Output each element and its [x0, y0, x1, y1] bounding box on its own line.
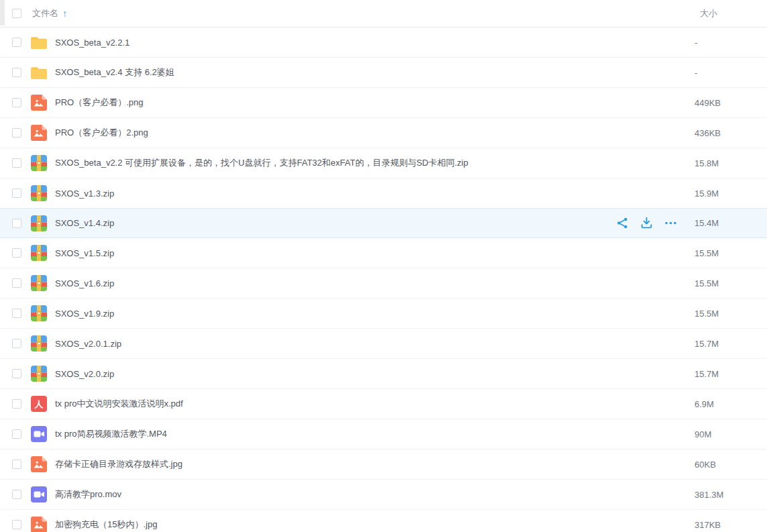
table-row[interactable]: SXOS_v2.0.zip 15.7M: [0, 359, 767, 389]
table-row[interactable]: 高清教学pro.mov 381.3M: [0, 480, 767, 510]
table-row[interactable]: PRO（客户必看）.png 449KB: [0, 88, 767, 118]
table-row[interactable]: tx pro简易视频激活教学.MP4 90M: [0, 419, 767, 449]
more-button[interactable]: [664, 217, 677, 229]
table-row[interactable]: 存储卡正确目录游戏存放样式.jpg 60KB: [0, 449, 767, 480]
zip-file-icon: [31, 245, 47, 261]
image-file-icon: [31, 95, 47, 111]
file-name[interactable]: SXOS_v2.0.zip: [55, 369, 677, 379]
row-checkbox[interactable]: [12, 309, 21, 318]
row-checkbox[interactable]: [12, 278, 21, 288]
zip-file-icon: [31, 305, 47, 321]
row-actions: [616, 217, 677, 229]
folder-icon: [31, 64, 47, 81]
table-row[interactable]: SXOS_v1.5.zip 15.5M: [0, 238, 767, 268]
file-name[interactable]: SXOS_v2.0.1.zip: [55, 339, 677, 349]
file-size: 317KB: [695, 520, 767, 530]
video-file-icon: [31, 486, 47, 502]
table-row[interactable]: SXOS_v1.9.zip 15.5M: [0, 299, 767, 329]
row-checkbox[interactable]: [12, 460, 21, 469]
zip-file-icon: [31, 366, 47, 382]
table-row[interactable]: SXOS_v1.6.zip 15.5M: [0, 268, 767, 299]
file-size: 15.7M: [695, 339, 767, 349]
zip-file-icon: [31, 215, 47, 231]
file-size: 449KB: [695, 98, 767, 108]
file-size: 381.3M: [695, 490, 767, 500]
file-name[interactable]: SXOS_beta_v2.4 支持 6.2婆姐: [55, 66, 677, 78]
file-size: 90M: [695, 429, 767, 439]
table-row[interactable]: 加密狗充电（15秒内）.jpg 317KB: [0, 510, 767, 532]
zip-file-icon: [31, 185, 47, 201]
file-size: 15.9M: [695, 189, 767, 199]
row-checkbox[interactable]: [12, 369, 21, 378]
file-size: 6.9M: [695, 399, 767, 409]
row-checkbox[interactable]: [12, 158, 21, 168]
file-size: 15.5M: [695, 309, 767, 319]
file-name[interactable]: SXOS_beta_v2.2.1: [55, 38, 677, 48]
file-name[interactable]: SXOS_v1.4.zip: [55, 218, 616, 228]
file-name[interactable]: 存储卡正确目录游戏存放样式.jpg: [55, 458, 677, 470]
file-name[interactable]: tx pro简易视频激活教学.MP4: [55, 428, 677, 440]
table-row[interactable]: SXOS_v1.4.zip 15.4M: [0, 208, 767, 238]
share-button[interactable]: [616, 217, 629, 229]
row-checkbox[interactable]: [12, 339, 21, 348]
file-size: -: [695, 68, 767, 78]
file-size: 15.4M: [695, 218, 767, 228]
row-checkbox[interactable]: [12, 520, 21, 529]
pdf-file-icon: 人: [31, 396, 47, 412]
left-edge-strip: [0, 0, 5, 25]
file-name[interactable]: 加密狗充电（15秒内）.jpg: [55, 519, 677, 531]
image-file-icon: [31, 456, 47, 472]
file-size: -: [695, 38, 767, 48]
file-size: 15.5M: [695, 278, 767, 288]
file-size: 436KB: [695, 128, 767, 138]
sort-by-name-control[interactable]: 文件名 ↑: [32, 7, 67, 19]
filename-column-header: 文件名: [32, 7, 58, 19]
row-checkbox[interactable]: [12, 98, 21, 107]
svg-text:人: 人: [34, 399, 44, 409]
download-button[interactable]: [640, 217, 653, 229]
file-name[interactable]: SXOS_v1.6.zip: [55, 278, 677, 288]
row-checkbox[interactable]: [12, 219, 21, 228]
image-file-icon: [31, 517, 47, 532]
zip-file-icon: [31, 335, 47, 352]
table-row[interactable]: SXOS_beta_v2.2.1 -: [0, 28, 767, 58]
zip-file-icon: [31, 275, 47, 291]
zip-file-icon: [31, 155, 47, 171]
row-checkbox[interactable]: [12, 248, 21, 258]
file-name[interactable]: SXOS_beta_v2.2 可使用扩展设备，是的，找个U盘就行，支持FAT32…: [55, 157, 677, 169]
file-size: 15.7M: [695, 369, 767, 379]
row-checkbox[interactable]: [12, 490, 21, 499]
list-header: 文件名 ↑ 大小: [0, 0, 767, 28]
row-checkbox[interactable]: [12, 399, 21, 409]
file-list-panel: 文件名 ↑ 大小 SXOS_beta_v2.2.1 - SXOS_beta_v2…: [0, 0, 767, 532]
size-column-header: 大小: [695, 7, 767, 19]
file-name[interactable]: tx pro中文说明安装激活说明x.pdf: [55, 398, 677, 410]
table-row[interactable]: PRO（客户必看）2.png 436KB: [0, 118, 767, 148]
file-size: 15.5M: [695, 248, 767, 258]
select-all-checkbox[interactable]: [12, 9, 21, 18]
row-checkbox[interactable]: [12, 429, 21, 439]
file-name[interactable]: PRO（客户必看）2.png: [55, 127, 677, 139]
folder-icon: [31, 34, 47, 50]
table-row[interactable]: 人 tx pro中文说明安装激活说明x.pdf 6.9M: [0, 389, 767, 419]
file-size: 60KB: [695, 460, 767, 470]
image-file-icon: [31, 125, 47, 141]
row-checkbox[interactable]: [12, 189, 21, 198]
file-name[interactable]: SXOS_v1.3.zip: [55, 189, 677, 199]
table-row[interactable]: SXOS_beta_v2.2 可使用扩展设备，是的，找个U盘就行，支持FAT32…: [0, 148, 767, 178]
arrow-up-icon: ↑: [62, 8, 67, 19]
video-file-icon: [31, 426, 47, 442]
file-name[interactable]: SXOS_v1.5.zip: [55, 248, 677, 258]
row-checkbox[interactable]: [12, 38, 21, 47]
file-name[interactable]: 高清教学pro.mov: [55, 488, 677, 500]
file-name[interactable]: PRO（客户必看）.png: [55, 97, 677, 109]
file-rows-container: SXOS_beta_v2.2.1 - SXOS_beta_v2.4 支持 6.2…: [0, 28, 767, 532]
file-size: 15.8M: [695, 158, 767, 168]
table-row[interactable]: SXOS_beta_v2.4 支持 6.2婆姐 -: [0, 58, 767, 88]
table-row[interactable]: SXOS_v2.0.1.zip 15.7M: [0, 329, 767, 359]
file-name[interactable]: SXOS_v1.9.zip: [55, 309, 677, 319]
row-checkbox[interactable]: [12, 128, 21, 138]
row-checkbox[interactable]: [12, 68, 21, 77]
table-row[interactable]: SXOS_v1.3.zip 15.9M: [0, 178, 767, 209]
